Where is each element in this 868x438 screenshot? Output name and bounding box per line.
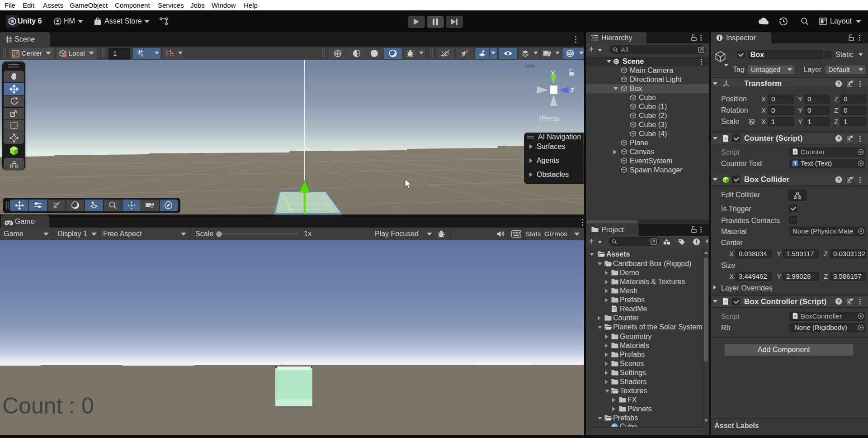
svg-text:?: ? (837, 136, 840, 141)
svg-text:?: ? (837, 177, 840, 182)
svg-text:z: z (571, 86, 574, 94)
svg-text:Y: Y (141, 53, 143, 57)
svg-text:#: # (794, 150, 797, 154)
svg-text:T: T (794, 161, 797, 166)
svg-text:?: ? (837, 299, 840, 304)
svg-text:#: # (794, 314, 797, 318)
svg-text:#: # (724, 137, 726, 141)
svg-text:#: # (724, 300, 726, 304)
svg-text:?: ? (837, 81, 840, 86)
